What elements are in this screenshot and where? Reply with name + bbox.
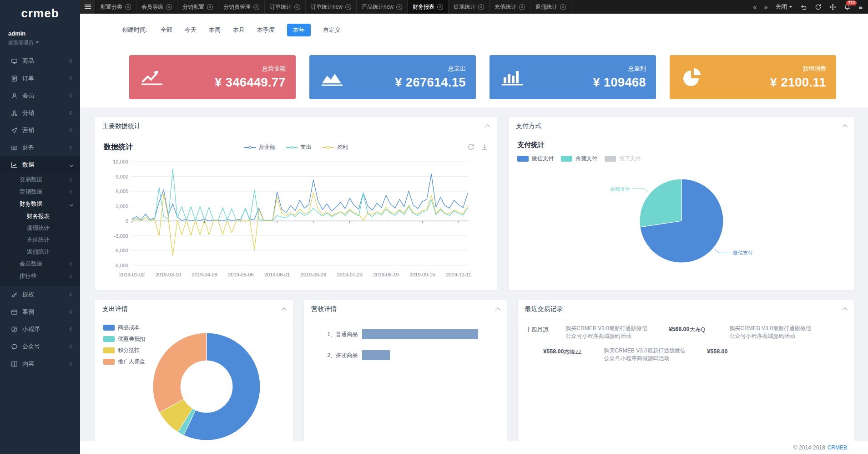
tab-返佣统计[interactable]: 返佣统计× [530,0,571,14]
filter-option-本季度[interactable]: 本季度 [257,26,275,34]
sidebar-item-财务数据[interactable]: 财务数据 [0,198,80,210]
close-tabs-dropdown[interactable]: 关闭 [775,3,792,11]
collapse-panel-button[interactable] [485,124,490,129]
tab-close-icon[interactable]: × [437,4,443,10]
legend-item-积分抵扣[interactable]: 积分抵扣 [103,347,145,354]
line-chart: 12,0009,0006,0003,0000-3,000-6,000-9,000… [104,157,489,280]
sidebar-item-营销[interactable]: 营销 [0,122,80,139]
legend-item-盈利[interactable]: 盈利 [323,143,348,151]
collapse-panel-button[interactable] [842,307,847,312]
tab-close-icon[interactable]: × [519,4,525,10]
tab-分销员管理[interactable]: 分销员管理× [218,0,265,14]
tab-充值统计[interactable]: 充值统计× [490,0,530,14]
sidebar-item-商品[interactable]: 商品 [0,52,80,70]
sidebar-item-label: 营销数据 [20,188,70,196]
tab-提现统计[interactable]: 提现统计× [449,0,490,14]
legend-item-余额支付[interactable]: 余额支付 [561,155,597,163]
sidebar-item-充值统计[interactable]: 充值统计 [0,234,80,246]
tab-close-icon[interactable]: × [125,4,131,10]
sidebar-item-授权[interactable]: 授权 [0,286,80,303]
sidebar-item-提现统计[interactable]: 提现统计 [0,222,80,234]
legend-item-商品成本[interactable]: 商品成本 [103,324,145,332]
sidebar-item-返佣统计[interactable]: 返佣统计 [0,246,80,258]
tab-close-icon[interactable]: × [253,4,259,10]
line-legend: 营业额支出盈利 [104,143,488,151]
auth-icon [11,291,18,298]
collapse-panel-button[interactable] [282,307,287,312]
sidebar-item-分销[interactable]: 分销 [0,104,80,122]
svg-text:9,000: 9,000 [116,174,128,179]
sidebar-item-财务报表[interactable]: 财务报表 [0,210,80,222]
sidebar-item-案例[interactable]: 案例 [0,303,80,321]
refresh-button[interactable] [815,4,822,10]
move-icon [829,4,836,10]
sidebar-item-财务[interactable]: 财务 [0,139,80,156]
sidebar-item-label: 充值统计 [27,236,73,244]
legend-item-优惠券抵扣[interactable]: 优惠券抵扣 [103,335,145,343]
tab-close-icon[interactable]: × [294,4,300,10]
svg-text:2019-08-19: 2019-08-19 [373,272,399,277]
user-block[interactable]: admin 超级管理员 [0,26,80,52]
tab-配置分类[interactable]: 配置分类× [96,0,136,14]
collapse-panel-button[interactable] [495,307,500,312]
svg-text:2019-05-05: 2019-05-05 [228,272,253,277]
collapse-panel-button[interactable] [842,124,847,129]
sidebar-item-交易数据[interactable]: 交易数据 [0,173,80,186]
stat-card-expense[interactable]: 总支出 ¥ 267614.15 [309,55,476,99]
tab-close-icon[interactable]: × [478,4,484,10]
user-role[interactable]: 超级管理员 [8,39,72,46]
sidebar-item-排行榜[interactable]: 排行榜 [0,270,80,282]
sidebar-item-小程序[interactable]: 小程序 [0,321,80,338]
tab-close-icon[interactable]: × [560,4,566,10]
chevron-left-icon [70,274,73,278]
notifications-button[interactable]: 772 [844,4,851,10]
chart-title: 支付统计 [517,141,845,149]
filter-option-本周[interactable]: 本周 [209,26,221,34]
legend-item-营业额[interactable]: 营业额 [244,143,275,151]
sidebar-item-公众号[interactable]: 公众号 [0,338,80,355]
legend-item-支出[interactable]: 支出 [286,143,312,151]
filter-option-今天[interactable]: 今天 [185,26,197,34]
refresh-icon [815,4,822,10]
stat-card-amount: ¥ 2100.11 [710,76,826,90]
sidebar-item-订单[interactable]: 订单 [0,70,80,87]
sidebar-item-数据[interactable]: 数据 [0,156,80,173]
tab-close-icon[interactable]: × [166,4,172,10]
legend-item-微信支付[interactable]: 微信支付 [517,155,554,163]
tab-bar: 配置分类×会员等级×分销配置×分销员管理×订单统计×订单统计new×产品统计ne… [96,0,571,14]
tab-close-icon[interactable]: × [207,4,213,10]
sidebar-item-会员[interactable]: 会员 [0,87,80,104]
legend-item-推广人佣金[interactable]: 推广人佣金 [103,358,145,366]
tabs-scroll-right-button[interactable]: » [764,4,767,10]
stat-card-turnover[interactable]: 总营业额 ¥ 346449.77 [129,55,296,99]
tab-close-icon[interactable]: × [345,4,351,10]
tab-产品统计new[interactable]: 产品统计new× [357,0,408,14]
stat-card-new-consumption[interactable]: 新增消费 ¥ 2100.11 [670,55,836,99]
tab-close-icon[interactable]: × [396,4,402,10]
sidebar-item-会员数据[interactable]: 会员数据 [0,258,80,270]
revenue-bar[interactable] [362,350,390,360]
legend-item-线下支付[interactable]: 线下支付 [605,155,641,163]
tab-订单统计[interactable]: 订单统计× [265,0,306,14]
move-button[interactable] [829,4,836,10]
filter-option-本年[interactable]: 本年 [287,24,311,36]
sidebar-item-营销数据[interactable]: 营销数据 [0,186,80,198]
sidebar-item-label: 财务报表 [27,213,73,220]
list-icon[interactable]: ≡ [858,3,863,11]
filter-option-自定义[interactable]: 自定义 [323,26,341,34]
tab-财务报表[interactable]: 财务报表× [408,0,449,14]
undo-button[interactable] [800,4,807,10]
tab-会员等级[interactable]: 会员等级× [136,0,177,14]
collapse-sidebar-button[interactable] [80,0,96,14]
tab-分销配置[interactable]: 分销配置× [177,0,218,14]
brand-link[interactable]: CRMEB [828,444,847,451]
tab-订单统计new[interactable]: 订单统计new× [306,0,357,14]
case-icon [11,309,18,316]
sidebar-item-内容[interactable]: 内容 [0,355,80,372]
tabs-scroll-left-button[interactable]: « [753,4,757,10]
revenue-bar[interactable] [362,329,478,339]
filter-option-本月[interactable]: 本月 [233,26,245,34]
chevron-left-icon [70,111,73,115]
filter-option-全部[interactable]: 全部 [161,26,172,34]
stat-card-profit[interactable]: 总盈利 ¥ 109468 [490,55,656,99]
